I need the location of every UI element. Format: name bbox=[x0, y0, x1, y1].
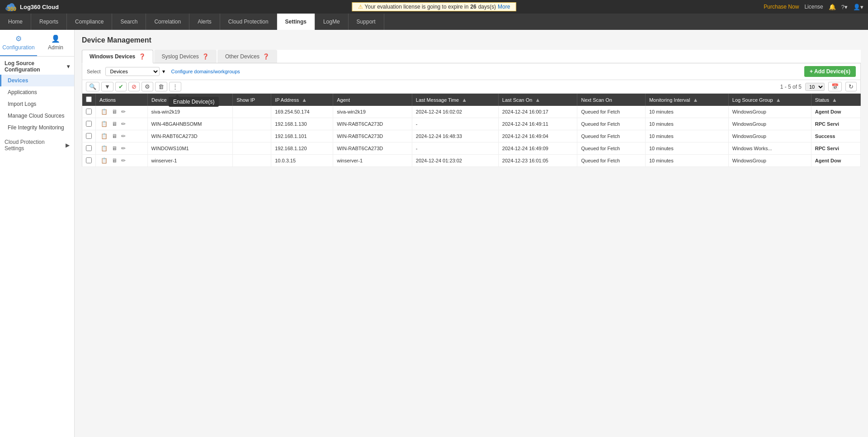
row-select-2[interactable] bbox=[86, 133, 92, 139]
action-scan-3[interactable]: 🖥 bbox=[110, 145, 118, 152]
nav-item-support[interactable]: Support bbox=[349, 14, 384, 30]
action-edit-4[interactable]: ✏ bbox=[120, 157, 127, 164]
add-device-button[interactable]: + Add Device(s) bbox=[804, 66, 856, 77]
header-actions: Actions bbox=[96, 94, 148, 106]
settings2-button[interactable]: ⚙ bbox=[142, 82, 153, 91]
sidebar-item-devices[interactable]: Devices bbox=[0, 75, 74, 86]
nav-item-correlation[interactable]: Correlation bbox=[146, 14, 189, 30]
main-layout: ⚙ Configuration 👤 Admin Log Source Confi… bbox=[0, 30, 868, 437]
sidebar-tab-configuration[interactable]: ⚙ Configuration bbox=[0, 30, 37, 56]
sidebar-item-applications[interactable]: Applications bbox=[0, 86, 74, 98]
sidebar-item-file-integrity[interactable]: File Integrity Monitoring bbox=[0, 122, 74, 133]
action-copy-0[interactable]: 📋 bbox=[99, 108, 109, 115]
header-ip-address[interactable]: IP Address ▲ bbox=[271, 94, 333, 106]
row-last-msg-4: 2024-12-24 01:23:02 bbox=[412, 155, 498, 167]
sidebar-item-manage-cloud-sources[interactable]: Manage Cloud Sources bbox=[0, 110, 74, 122]
help-icon[interactable]: ?▾ bbox=[841, 4, 848, 10]
nav-bar: Home Reports Compliance Search Correlati… bbox=[0, 14, 868, 30]
sidebar-devices-label: Devices bbox=[8, 77, 28, 84]
action-edit-3[interactable]: ✏ bbox=[120, 145, 127, 152]
purchase-now-btn[interactable]: Purchase Now bbox=[764, 4, 799, 10]
content-area: Device Management Windows Devices ❓ Sysl… bbox=[75, 30, 868, 437]
action-edit-2[interactable]: ✏ bbox=[120, 133, 127, 140]
header-last-scan-on[interactable]: Last Scan On ▲ bbox=[498, 94, 577, 106]
nav-item-alerts[interactable]: Alerts bbox=[189, 14, 220, 30]
calendar-view-button[interactable]: 📅 bbox=[828, 82, 842, 91]
action-scan-4[interactable]: 🖥 bbox=[110, 157, 118, 164]
row-select-4[interactable] bbox=[86, 157, 92, 163]
header-last-msg-time[interactable]: Last Message Time ▲ bbox=[412, 94, 498, 106]
nav-item-settings[interactable]: Settings bbox=[277, 14, 315, 30]
banner-days: 26 bbox=[470, 4, 476, 10]
row-last-scan-3: 2024-12-24 16:49:09 bbox=[498, 142, 577, 155]
user-icon[interactable]: 👤▾ bbox=[853, 4, 863, 10]
action-scan-0[interactable]: 🖥 bbox=[110, 108, 118, 115]
windows-tab-help-icon[interactable]: ❓ bbox=[139, 53, 146, 60]
action-edit-0[interactable]: ✏ bbox=[120, 108, 127, 115]
tab-syslog-devices[interactable]: Syslog Devices ❓ bbox=[154, 50, 217, 63]
configure-domains-link[interactable]: Configure domains/workgroups bbox=[171, 69, 240, 74]
per-page-select[interactable]: 10 bbox=[805, 83, 825, 91]
nav-item-logme[interactable]: LogMe bbox=[315, 14, 349, 30]
row-log-group-1: WindowsGroup bbox=[728, 118, 811, 130]
row-select-3[interactable] bbox=[86, 145, 92, 151]
cloud-protection-settings-header[interactable]: Cloud Protection Settings ▶ bbox=[0, 135, 74, 153]
action-copy-2[interactable]: 📋 bbox=[99, 133, 109, 140]
svg-text:360: 360 bbox=[7, 6, 16, 12]
nav-item-home[interactable]: Home bbox=[0, 14, 31, 30]
top-bar: 360 Log360 Cloud ⚠ Your evaluation licen… bbox=[0, 0, 868, 14]
row-show-ip-0 bbox=[233, 106, 271, 118]
row-last-msg-3: - bbox=[412, 142, 498, 155]
sidebar-item-import-logs[interactable]: Import Logs bbox=[0, 98, 74, 110]
row-log-group-4: WindowsGroup bbox=[728, 155, 811, 167]
enable-button[interactable]: ✔ bbox=[115, 82, 127, 91]
devices-dropdown[interactable]: Devices bbox=[105, 67, 160, 76]
action-edit-1[interactable]: ✏ bbox=[120, 120, 127, 128]
header-monitoring-interval[interactable]: Monitoring Interval ▲ bbox=[645, 94, 728, 106]
admin-icon: 👤 bbox=[51, 34, 60, 43]
delete-button[interactable]: 🗑 bbox=[155, 82, 167, 91]
row-actions-0: 📋 🖥 ✏ bbox=[96, 106, 148, 118]
log-source-section-header[interactable]: Log Source Configuration ▾ bbox=[0, 57, 74, 75]
search-button[interactable]: 🔍 bbox=[86, 82, 99, 91]
select-label: Select bbox=[87, 69, 101, 74]
more-button[interactable]: ⋮ bbox=[169, 82, 181, 91]
row-select-0[interactable] bbox=[86, 109, 92, 114]
cloud-protection-label: Cloud Protection Settings bbox=[5, 139, 66, 152]
device-tab-bar: Windows Devices ❓ Syslog Devices ❓ Other… bbox=[82, 50, 861, 63]
row-device-0: siva-win2k19 bbox=[148, 106, 233, 118]
sidebar-applications-label: Applications bbox=[8, 89, 37, 95]
header-agent: Agent bbox=[333, 94, 412, 106]
row-actions-1: 📋 🖥 ✏ bbox=[96, 118, 148, 130]
row-show-ip-3 bbox=[233, 142, 271, 155]
action-scan-1[interactable]: 🖥 bbox=[110, 120, 118, 128]
nav-item-cloud-protection[interactable]: Cloud Protection bbox=[220, 14, 277, 30]
notifications-icon[interactable]: 🔔 bbox=[829, 4, 836, 10]
header-log-source-group[interactable]: Log Source Group ▲ bbox=[728, 94, 811, 106]
action-copy-4[interactable]: 📋 bbox=[99, 157, 109, 164]
header-device[interactable]: Device ▲ bbox=[148, 94, 233, 106]
row-select-1[interactable] bbox=[86, 121, 92, 127]
disable-button[interactable]: ⊘ bbox=[128, 82, 140, 91]
nav-item-compliance[interactable]: Compliance bbox=[67, 14, 112, 30]
select-all-checkbox[interactable] bbox=[86, 96, 92, 102]
filter-button[interactable]: ▼ bbox=[101, 82, 113, 91]
banner-more-link[interactable]: More bbox=[498, 4, 510, 10]
sidebar-tab-admin[interactable]: 👤 Admin bbox=[37, 30, 74, 56]
license-btn[interactable]: License bbox=[804, 4, 823, 10]
banner-days-label: days(s) bbox=[478, 4, 496, 10]
nav-item-search[interactable]: Search bbox=[112, 14, 146, 30]
action-copy-3[interactable]: 📋 bbox=[99, 145, 109, 152]
action-copy-1[interactable]: 📋 bbox=[99, 120, 109, 128]
refresh-button[interactable]: ↻ bbox=[845, 82, 857, 91]
tab-other-devices[interactable]: Other Devices ❓ bbox=[217, 50, 277, 63]
header-next-scan-on: Next Scan On bbox=[577, 94, 645, 106]
nav-item-reports[interactable]: Reports bbox=[31, 14, 67, 30]
syslog-tab-help-icon[interactable]: ❓ bbox=[202, 53, 209, 60]
row-next-scan-3: Queued for Fetch bbox=[577, 142, 645, 155]
action-scan-2[interactable]: 🖥 bbox=[110, 133, 118, 140]
row-last-scan-2: 2024-12-24 16:49:04 bbox=[498, 130, 577, 142]
header-status[interactable]: Status ▲ bbox=[811, 94, 860, 106]
other-tab-help-icon[interactable]: ❓ bbox=[263, 53, 269, 60]
tab-windows-devices[interactable]: Windows Devices ❓ bbox=[82, 50, 153, 63]
